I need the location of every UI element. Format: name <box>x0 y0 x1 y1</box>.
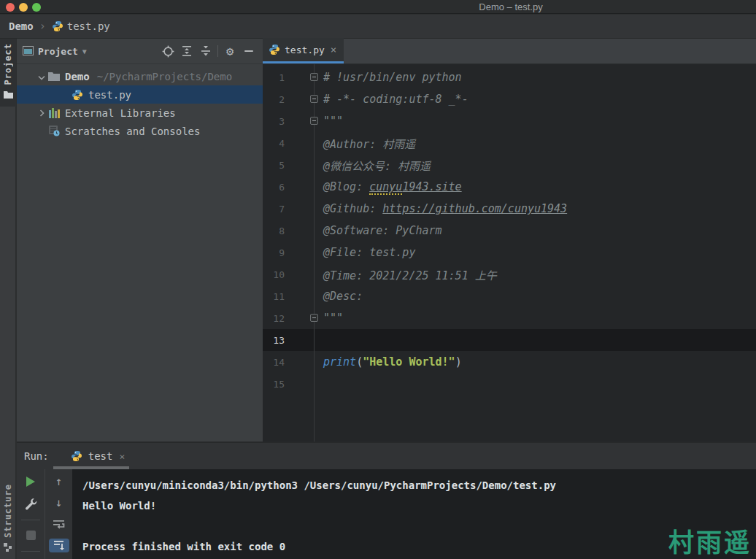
line-number[interactable]: 2 <box>263 94 285 105</box>
run-tab-test[interactable]: test × <box>66 443 130 469</box>
fold-gutter <box>285 220 314 242</box>
hide-panel-icon[interactable] <box>239 42 258 60</box>
code-text: @Software: PyCharm <box>314 224 442 237</box>
run-toolbar-console: ↑ ↓ <box>45 469 72 559</box>
tool-window-icon <box>23 45 34 58</box>
code-line-7[interactable]: 7@Github: https://github.com/cunyu1943 <box>263 198 756 220</box>
project-tool-icon <box>4 88 13 102</box>
fold-gutter <box>285 176 314 198</box>
tree-item-label: Demo <box>65 71 90 82</box>
libraries-icon <box>47 108 61 118</box>
close-tab-icon[interactable]: × <box>331 44 336 55</box>
console-line: Hello World! <box>82 496 756 516</box>
fold-gutter <box>285 329 314 351</box>
line-number[interactable]: 6 <box>263 182 285 193</box>
fold-marker-icon[interactable] <box>310 73 318 81</box>
line-number[interactable]: 15 <box>263 379 285 390</box>
fold-gutter <box>285 132 314 154</box>
line-number[interactable]: 5 <box>263 160 285 171</box>
code-text: @Blog: cunyu1943.site <box>314 180 462 193</box>
stripe-project-label: Project <box>3 43 13 85</box>
maximize-window-button[interactable] <box>32 3 41 12</box>
window-title: Demo – test.py <box>409 1 613 12</box>
code-line-5[interactable]: 5@微信公众号: 村雨遥 <box>263 154 756 176</box>
code-line-11[interactable]: 11@Desc: <box>263 285 756 307</box>
chevron-down-icon[interactable] <box>36 71 47 82</box>
chevron-down-icon[interactable]: ▼ <box>82 47 87 55</box>
expand-all-icon[interactable] <box>177 42 196 60</box>
line-number[interactable]: 14 <box>263 357 285 368</box>
tree-item-demo[interactable]: Demo~/PycharmProjects/Demo <box>17 67 263 85</box>
code-line-10[interactable]: 10@Time: 2021/2/25 11:51 上午 <box>263 263 756 285</box>
tree-item-external-libraries[interactable]: External Libraries <box>17 104 263 122</box>
stripe-button-structure[interactable]: Structure <box>0 479 16 559</box>
tree-item-scratches-and-consoles[interactable]: Scratches and Consoles <box>17 122 263 140</box>
line-number[interactable]: 4 <box>263 138 285 149</box>
line-number[interactable]: 10 <box>263 269 285 280</box>
project-tool-window: Project ▼ ⚙ Demo~/PycharmProjects/Demote… <box>17 39 263 442</box>
breadcrumb-file[interactable]: test.py <box>67 20 110 32</box>
code-line-8[interactable]: 8@Software: PyCharm <box>263 220 756 242</box>
fold-marker-icon[interactable] <box>310 314 318 322</box>
fold-gutter <box>285 373 314 395</box>
run-console[interactable]: /Users/cunyu/miniconda3/bin/python3 /Use… <box>72 469 756 559</box>
soft-wrap-icon[interactable] <box>49 517 69 532</box>
tree-item-path: ~/PycharmProjects/Demo <box>97 71 232 82</box>
down-stack-icon[interactable]: ↓ <box>49 496 69 511</box>
breadcrumb-chevron-icon: › <box>39 20 46 33</box>
tab-test-py[interactable]: test.py × <box>263 38 344 63</box>
project-tree: Demo~/PycharmProjects/Demotest.pyExterna… <box>17 64 263 140</box>
breadcrumb-project[interactable]: Demo <box>9 20 34 32</box>
scratches-icon <box>47 126 61 136</box>
project-panel-header: Project ▼ ⚙ <box>17 39 263 64</box>
fold-gutter <box>285 351 314 373</box>
locate-icon[interactable] <box>158 42 177 60</box>
line-number[interactable]: 13 <box>263 335 285 346</box>
code-line-14[interactable]: 14print("Hello World!") <box>263 351 756 373</box>
code-line-15[interactable]: 15 <box>263 373 756 395</box>
fold-gutter <box>285 88 314 110</box>
code-line-3[interactable]: 3""" <box>263 110 756 132</box>
run-toolbar-primary <box>17 469 45 559</box>
code-line-12[interactable]: 12""" <box>263 307 756 329</box>
code-line-13[interactable]: 13 <box>263 329 756 351</box>
fold-marker-icon[interactable] <box>310 95 318 103</box>
rerun-icon[interactable] <box>20 474 41 489</box>
stop-icon[interactable] <box>20 528 41 543</box>
wrench-settings-icon[interactable] <box>20 496 41 511</box>
code-text: @Author: 村雨遥 <box>314 136 415 151</box>
line-number[interactable]: 3 <box>263 116 285 127</box>
line-number[interactable]: 11 <box>263 291 285 302</box>
chevron-right-icon[interactable] <box>36 107 47 119</box>
line-number[interactable]: 9 <box>263 247 285 258</box>
up-stack-icon[interactable]: ↑ <box>49 474 69 489</box>
line-number[interactable]: 1 <box>263 72 285 83</box>
toolbar-divider <box>21 520 40 520</box>
fold-marker-icon[interactable] <box>310 117 318 125</box>
pycharm-window: Demo – test.py Demo › test.py Project St… <box>0 0 756 559</box>
run-panel-header: Run: test × <box>17 443 756 469</box>
code-text: """ <box>314 312 343 325</box>
code-line-1[interactable]: 1# !usr/bin/env python <box>263 66 756 88</box>
fold-gutter <box>285 242 314 263</box>
code-line-4[interactable]: 4@Author: 村雨遥 <box>263 132 756 154</box>
code-line-9[interactable]: 9@File: test.py <box>263 242 756 263</box>
line-number[interactable]: 12 <box>263 313 285 324</box>
minimize-window-button[interactable] <box>19 3 28 12</box>
line-number[interactable]: 8 <box>263 225 285 236</box>
close-run-tab-icon[interactable]: × <box>119 451 125 462</box>
collapse-all-icon[interactable] <box>196 42 215 60</box>
project-view-selector[interactable]: Project <box>38 46 78 57</box>
stripe-button-project[interactable]: Project <box>0 39 16 107</box>
line-number[interactable]: 7 <box>263 204 285 215</box>
close-window-button[interactable] <box>6 3 15 12</box>
watermark: 村雨遥 <box>668 522 752 559</box>
tree-item-test-py[interactable]: test.py <box>17 85 263 104</box>
code-line-6[interactable]: 6@Blog: cunyu1943.site <box>263 176 756 198</box>
fold-gutter <box>285 110 314 132</box>
code-editor[interactable]: 1# !usr/bin/env python2# -*- coding:utf-… <box>263 64 756 442</box>
code-line-2[interactable]: 2# -*- coding:utf-8 _*- <box>263 88 756 110</box>
settings-gear-icon[interactable]: ⚙ <box>220 42 239 60</box>
python-file-icon <box>52 20 63 32</box>
scroll-to-end-icon[interactable] <box>49 539 69 552</box>
